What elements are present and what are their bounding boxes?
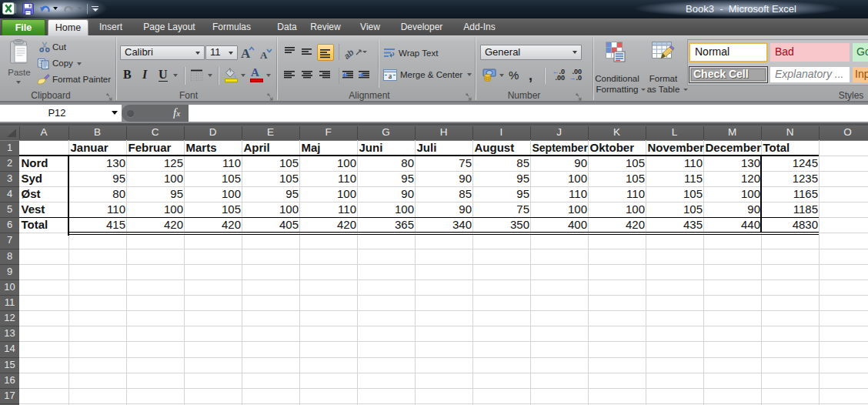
svg-text:a: a — [389, 72, 392, 80]
